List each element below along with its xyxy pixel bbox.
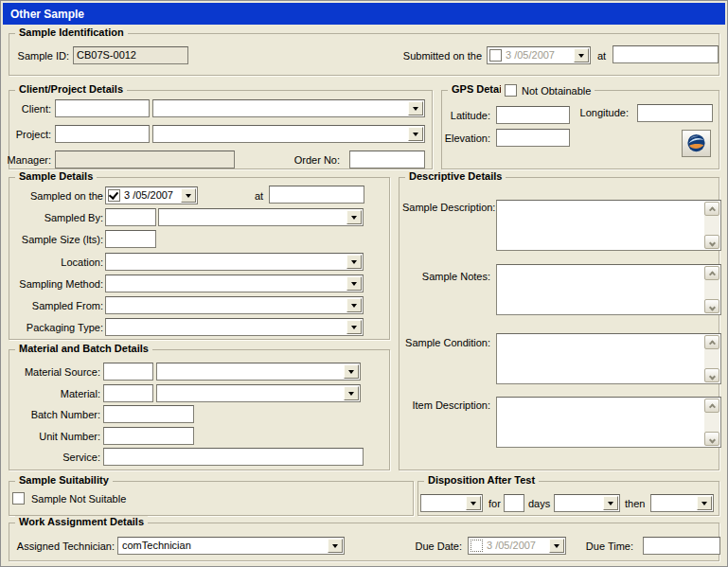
batch-number-field[interactable] [103, 405, 194, 423]
project-dropdown-button[interactable] [408, 127, 423, 141]
disposition-days-field[interactable] [504, 494, 524, 512]
packaging-type-combo[interactable] [105, 318, 364, 336]
group-title-sample-identification: Sample Identification [15, 27, 128, 38]
scrollbar-down-button[interactable] [704, 432, 719, 446]
group-title-client-project: Client/Project Details [15, 83, 127, 95]
sample-description-scrollbar[interactable] [704, 202, 719, 249]
order-no-field[interactable] [349, 151, 425, 168]
dropdown-arrow-icon [554, 544, 559, 548]
project-code-field[interactable] [55, 125, 150, 143]
submitted-at-field[interactable] [613, 45, 719, 63]
packaging-type-dropdown-button[interactable] [346, 320, 362, 334]
sampled-at-label: at [255, 190, 263, 203]
sampled-at-field[interactable] [269, 186, 364, 204]
scrollbar-down-button[interactable] [704, 235, 719, 249]
disposition-then-dropdown-button[interactable] [697, 496, 712, 510]
scrollbar-down-button[interactable] [704, 299, 719, 313]
elevation-field[interactable] [496, 129, 570, 147]
scrollbar-up-button[interactable] [704, 335, 719, 349]
location-label: Location: [9, 257, 103, 269]
sample-condition-scrollbar[interactable] [704, 335, 719, 382]
submitted-at-label: at [597, 50, 606, 62]
item-description-scrollbar[interactable] [704, 399, 719, 446]
project-combo[interactable] [152, 125, 425, 143]
client-code-field[interactable] [55, 99, 150, 117]
sample-condition-textarea[interactable] [496, 333, 721, 384]
disposition-period-combo[interactable] [554, 494, 620, 512]
sample-size-label: Sample Size (lts): [9, 234, 103, 246]
location-combo[interactable] [105, 253, 364, 271]
disposition-combo[interactable] [420, 494, 483, 512]
material-dropdown-button[interactable] [344, 386, 359, 400]
sample-notes-scrollbar[interactable] [704, 266, 719, 313]
sampled-by-code-field[interactable] [105, 208, 156, 226]
dropdown-arrow-icon [471, 502, 476, 505]
sampled-by-combo[interactable] [158, 208, 364, 226]
sample-id-field: CB07S-0012 [73, 46, 188, 64]
submitted-date-dropdown-button[interactable] [574, 48, 589, 62]
client-dropdown-button[interactable] [408, 101, 423, 115]
dropdown-arrow-icon [351, 282, 357, 286]
sample-condition-label: Sample Condition: [402, 337, 490, 349]
submitted-date-picker[interactable]: 3 /05/2007 [487, 46, 591, 64]
sample-description-label: Sample Description: [402, 202, 490, 214]
gps-locate-button[interactable] [682, 130, 711, 157]
item-description-textarea[interactable] [496, 397, 721, 448]
item-description-label: Item Description: [402, 399, 490, 412]
material-combo[interactable] [156, 384, 361, 402]
assigned-technician-dropdown-button[interactable] [328, 539, 343, 553]
due-time-field[interactable] [643, 537, 720, 555]
material-source-code-field[interactable] [103, 363, 153, 381]
sampling-method-dropdown-button[interactable] [346, 276, 362, 291]
sampling-method-combo[interactable] [105, 275, 364, 292]
scrollbar-up-button[interactable] [704, 266, 719, 280]
material-label: Material: [9, 388, 100, 400]
sampled-from-dropdown-button[interactable] [346, 298, 362, 312]
other-sample-window: Other Sample Sample Identification Clien… [0, 0, 728, 567]
sampled-by-label: Sampled By: [9, 212, 103, 224]
scrollbar-up-button[interactable] [704, 399, 719, 413]
latitude-field[interactable] [496, 106, 570, 124]
service-field[interactable] [103, 448, 364, 466]
submitted-date-value: 3 /05/2007 [506, 49, 555, 62]
disposition-period-dropdown-button[interactable] [603, 496, 618, 510]
scroll-up-icon [708, 403, 715, 410]
group-title-descriptive-details: Descriptive Details [405, 170, 506, 182]
submitted-date-checkbox[interactable] [489, 49, 502, 62]
sample-description-textarea[interactable] [496, 200, 721, 251]
sampled-date-picker[interactable]: 3 /05/2007 [105, 186, 198, 204]
dropdown-arrow-icon [608, 502, 613, 505]
longitude-field[interactable] [637, 104, 713, 122]
sample-notes-textarea[interactable] [496, 264, 721, 315]
client-combo[interactable] [152, 99, 425, 117]
due-date-picker[interactable]: 3 /05/2007 [468, 537, 566, 555]
sampled-from-combo[interactable] [105, 296, 364, 314]
sampled-date-dropdown-button[interactable] [181, 188, 196, 203]
not-obtainable-checkbox[interactable] [505, 84, 517, 97]
group-title-sample-details: Sample Details [15, 170, 97, 182]
project-label: Project: [3, 129, 51, 141]
scroll-down-icon [708, 239, 715, 246]
sample-size-field[interactable] [105, 230, 156, 248]
disposition-then-combo[interactable] [650, 494, 714, 512]
material-source-combo[interactable] [156, 363, 361, 381]
assigned-technician-combo[interactable]: comTechnician [117, 537, 345, 555]
material-code-field[interactable] [103, 384, 153, 402]
scrollbar-up-button[interactable] [704, 202, 719, 216]
longitude-label: Longitude: [578, 107, 629, 119]
due-date-dropdown-button[interactable] [549, 539, 564, 553]
not-obtainable-label: Not Obtainable [522, 85, 591, 97]
disposition-dropdown-button[interactable] [466, 496, 481, 510]
scrollbar-down-button[interactable] [704, 368, 719, 382]
due-date-checkbox[interactable] [471, 540, 483, 552]
sampled-date-checkbox[interactable] [108, 189, 120, 202]
sampled-by-dropdown-button[interactable] [346, 210, 362, 224]
disposition-days-label: days [528, 498, 550, 510]
dropdown-arrow-icon [348, 370, 354, 374]
location-dropdown-button[interactable] [346, 255, 362, 269]
globe-icon [685, 133, 707, 154]
unit-number-field[interactable] [103, 427, 194, 445]
material-source-dropdown-button[interactable] [344, 364, 359, 379]
sample-not-suitable-checkbox[interactable] [12, 492, 25, 505]
batch-number-label: Batch Number: [9, 409, 100, 421]
